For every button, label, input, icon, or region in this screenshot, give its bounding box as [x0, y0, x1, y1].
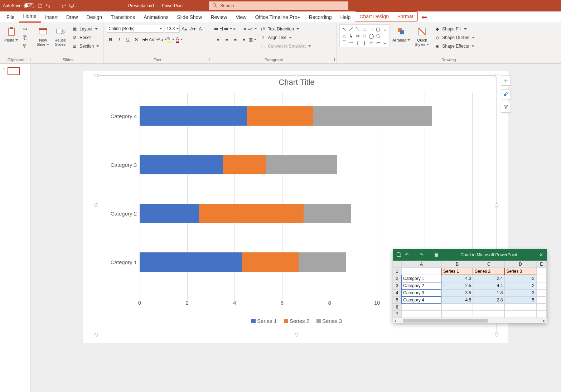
bar-segment[interactable]	[199, 204, 304, 223]
legend-item[interactable]: Series 1	[251, 318, 277, 324]
datasheet-close-icon[interactable]: ✕	[540, 252, 543, 257]
format-painter-icon[interactable]	[21, 42, 29, 50]
justify-button[interactable]: ≡	[240, 35, 248, 43]
ds-cell[interactable]	[536, 289, 547, 296]
autosave-toggle[interactable]	[24, 3, 34, 8]
ds-col-head[interactable]	[393, 261, 401, 268]
ds-cell[interactable]: 2	[504, 282, 536, 289]
columns-button[interactable]: ▥	[248, 35, 256, 43]
underline-button[interactable]: U	[124, 35, 132, 43]
ds-row-head[interactable]: 7	[393, 311, 401, 318]
shadow-button[interactable]: S	[132, 35, 140, 43]
reset-button[interactable]: ↺Reset	[69, 34, 101, 42]
ds-save-icon[interactable]	[396, 252, 401, 258]
ds-cell[interactable]	[536, 282, 547, 289]
chart-elements-button[interactable]: ＋	[501, 76, 511, 86]
ds-cell[interactable]: 2	[504, 275, 536, 282]
undo-icon[interactable]	[45, 3, 51, 9]
paragraph-launcher[interactable]	[331, 58, 335, 61]
bar-segment[interactable]	[223, 155, 265, 174]
bar-segment[interactable]	[304, 204, 351, 223]
ds-row-head[interactable]: 6	[393, 304, 401, 311]
chart-styles-button[interactable]: 🖌	[501, 89, 511, 99]
shape-fill-button[interactable]: ◆Shape Fill	[432, 25, 476, 33]
tab-view[interactable]: View	[231, 12, 251, 23]
shape-effects-button[interactable]: ◉Shape Effects	[432, 42, 476, 50]
ds-cell[interactable]: Series 2	[473, 268, 504, 275]
decrease-font-icon[interactable]: A▾	[189, 25, 197, 33]
line-spacing-button[interactable]: ≡↕	[248, 25, 256, 33]
bar-segment[interactable]	[266, 155, 337, 174]
cut-icon[interactable]: ✂	[21, 25, 29, 33]
ds-cell[interactable]: 3	[504, 289, 536, 296]
bar-segment[interactable]	[140, 155, 223, 174]
align-right-button[interactable]: ≡	[231, 35, 239, 43]
chart-data-sheet[interactable]: ↶ ↷ ▦ Chart in Microsoft PowerPoint ✕ AB…	[393, 249, 547, 323]
ds-cell[interactable]	[401, 304, 441, 311]
ds-col-head[interactable]: C	[473, 261, 504, 268]
ds-row-head[interactable]: 3	[393, 282, 401, 289]
paste-button[interactable]: Paste	[3, 24, 20, 42]
ds-col-head[interactable]: B	[441, 261, 473, 268]
ds-cell[interactable]: 2.5	[441, 282, 473, 289]
ds-row-head[interactable]: 2	[393, 275, 401, 282]
text-direction-button[interactable]: ↕AText Direction	[258, 25, 313, 33]
undo-dropdown[interactable]	[53, 3, 59, 9]
increase-font-icon[interactable]: A▴	[180, 25, 188, 33]
ds-cell[interactable]	[441, 311, 473, 318]
thumbnail-pane[interactable]: 1	[0, 64, 30, 392]
align-text-button[interactable]: ⎍Align Text	[258, 34, 313, 42]
ds-cell[interactable]: Category 3	[401, 289, 441, 296]
tab-office-timeline[interactable]: Office Timeline Pro+	[251, 12, 304, 23]
tab-recording[interactable]: Recording	[305, 12, 336, 23]
layout-button[interactable]: ▦Layout	[69, 25, 101, 33]
ds-cell[interactable]: Category 4	[401, 296, 441, 304]
ds-row-head[interactable]: 5	[393, 296, 401, 304]
ds-cell[interactable]	[536, 275, 547, 282]
tab-file[interactable]: File	[2, 12, 19, 23]
ds-cell[interactable]	[504, 311, 536, 318]
chart-title[interactable]: Chart Title	[97, 76, 496, 91]
ds-row-head[interactable]: 1	[393, 268, 401, 275]
redo-icon[interactable]	[61, 3, 67, 9]
bar-segment[interactable]	[247, 106, 313, 126]
shape-cursor-icon[interactable]: ↖	[341, 26, 347, 32]
decrease-indent-button[interactable]: ⇤	[231, 25, 239, 33]
ds-cell[interactable]	[536, 268, 547, 275]
tab-animations[interactable]: Animations	[139, 12, 173, 23]
ds-cell[interactable]: 2.8	[473, 296, 504, 304]
ds-cell[interactable]	[504, 304, 536, 311]
datasheet-titlebar[interactable]: ↶ ↷ ▦ Chart in Microsoft PowerPoint ✕	[393, 249, 547, 261]
tab-draw[interactable]: Draw	[62, 12, 82, 23]
ds-cell[interactable]	[401, 268, 441, 275]
arrange-button[interactable]: Arrange	[391, 24, 412, 42]
tab-home[interactable]: Home	[19, 11, 41, 23]
bar-segment[interactable]	[313, 106, 432, 126]
tab-chart-design[interactable]: Chart Design	[355, 12, 393, 21]
bar-segment[interactable]	[140, 106, 247, 126]
ds-cell[interactable]	[536, 296, 547, 304]
shape-outline-button[interactable]: ◇Shape Outline	[432, 34, 476, 42]
font-launcher[interactable]	[206, 58, 209, 61]
ds-cell[interactable]: 4.5	[441, 296, 473, 304]
ds-cell[interactable]: Series 3	[504, 268, 536, 275]
new-slide-button[interactable]: New Slide	[35, 24, 51, 47]
tab-design[interactable]: Design	[82, 12, 107, 23]
ds-cell[interactable]	[401, 311, 441, 318]
clipboard-launcher[interactable]	[27, 58, 30, 61]
tab-transitions[interactable]: Transitions	[106, 12, 139, 23]
chart-filters-button[interactable]	[501, 103, 511, 113]
ds-col-head[interactable]: A	[401, 261, 441, 268]
bar-segment[interactable]	[242, 252, 299, 272]
shape-gallery[interactable]: ↖／＼▭◻▢⌄ △↳⇨◇◯⬠ ⌒〰{}☆▱⌄	[339, 24, 390, 47]
tab-review[interactable]: Review	[206, 12, 231, 23]
qat-customize[interactable]	[77, 3, 82, 9]
bar-segment[interactable]	[299, 252, 346, 272]
reuse-slides-button[interactable]: Reuse Slides	[52, 24, 68, 47]
align-center-button[interactable]: ≡	[223, 35, 231, 43]
tab-help[interactable]: Help	[336, 12, 355, 23]
tab-slide-show[interactable]: Slide Show	[173, 12, 206, 23]
bar-segment[interactable]	[140, 252, 242, 272]
ds-cell[interactable]	[536, 311, 547, 318]
ds-row-head[interactable]: 4	[393, 289, 401, 296]
